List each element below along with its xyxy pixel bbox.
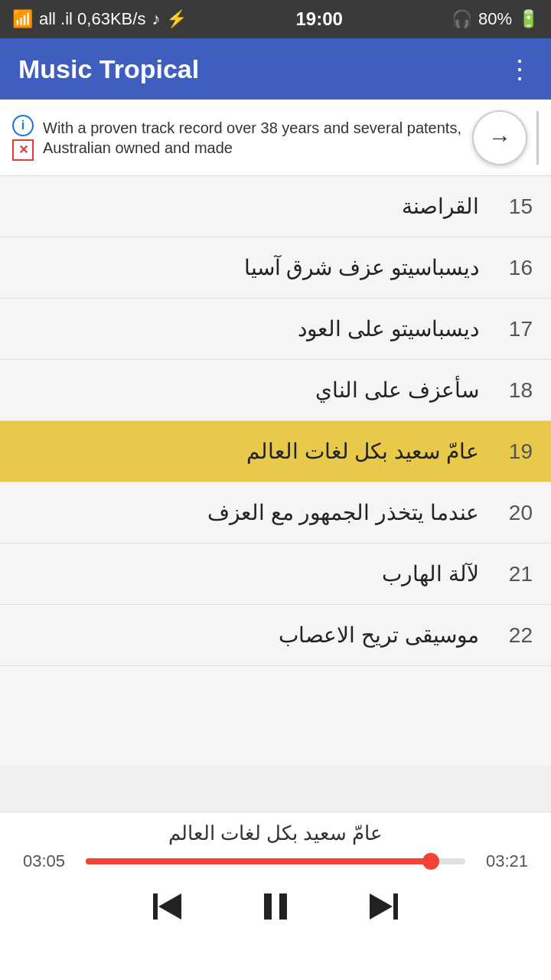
now-playing-title: عامّ سعيد بكل لغات العالم — [168, 822, 383, 845]
song-item-19[interactable]: عامّ سعيد بكل لغات العالم19 — [0, 421, 551, 482]
status-right: 🎧 80% 🔋 — [452, 9, 539, 29]
ad-icon-row: i — [12, 115, 34, 136]
status-time: 19:00 — [295, 8, 342, 30]
progress-fill — [86, 858, 431, 864]
song-title: عامّ سعيد بكل لغات العالم — [246, 439, 479, 464]
song-list: ♪ ♫ ♪ ♫ ♪ ♫ ♪ القراصنة15ديسباسيتو عزف شر… — [0, 176, 551, 766]
headphone-icon: 🎧 — [452, 9, 472, 29]
battery-level: 80% — [478, 9, 512, 29]
network-speed: all .il 0,63KB/s — [39, 9, 145, 29]
song-number: 21 — [494, 562, 533, 586]
previous-button[interactable] — [145, 884, 191, 929]
ad-banner: i ✕ With a proven track record over 38 y… — [0, 100, 551, 176]
song-item-16[interactable]: ديسباسيتو عزف شرق آسيا16 — [0, 237, 551, 299]
song-item-21[interactable]: لآلة الهارب21 — [0, 544, 551, 605]
svg-rect-24 — [279, 893, 287, 920]
ad-icons: i ✕ — [12, 115, 34, 161]
next-button[interactable] — [360, 884, 406, 929]
song-item-15[interactable]: القراصنة15 — [0, 176, 551, 237]
ad-divider — [536, 111, 539, 165]
status-left: 📶 all .il 0,63KB/s ♪ ⚡ — [12, 9, 187, 29]
song-title: ديسباسيتو عزف شرق آسيا — [244, 255, 479, 280]
player-bar: عامّ سعيد بكل لغات العالم 03:05 03:21 — [0, 812, 551, 980]
pause-button[interactable] — [253, 884, 298, 929]
svg-rect-21 — [153, 893, 158, 920]
close-ad-icon[interactable]: ✕ — [12, 139, 34, 161]
song-title: لآلة الهارب — [382, 561, 479, 586]
song-title: موسيقى تريح الاعصاب — [279, 622, 479, 648]
current-time: 03:05 — [23, 851, 77, 871]
song-title: ديسباسيتو على العود — [298, 316, 479, 341]
progress-thumb — [422, 853, 439, 870]
battery-icon: 🔋 — [518, 9, 539, 29]
app-bar: Music Tropical ⋮ — [0, 38, 551, 100]
song-item-18[interactable]: سأعزف على الناي18 — [0, 360, 551, 421]
player-controls — [0, 884, 551, 929]
status-bar: 📶 all .il 0,63KB/s ♪ ⚡ 19:00 🎧 80% 🔋 — [0, 0, 551, 38]
song-item-17[interactable]: ديسباسيتو على العود17 — [0, 299, 551, 360]
song-number: 16 — [494, 256, 533, 280]
progress-track[interactable] — [86, 858, 465, 864]
song-number: 22 — [494, 623, 533, 648]
song-item-22[interactable]: موسيقى تريح الاعصاب22 — [0, 605, 551, 666]
song-list-items: القراصنة15ديسباسيتو عزف شرق آسيا16ديسباس… — [0, 176, 551, 666]
usb-icon: ⚡ — [166, 9, 187, 29]
song-item-20[interactable]: عندما يتخذر الجمهور مع العزف20 — [0, 482, 551, 544]
signal-icon: 📶 — [12, 9, 33, 29]
svg-marker-22 — [158, 893, 181, 920]
song-number: 18 — [494, 378, 533, 403]
arrow-right-icon: → — [488, 125, 511, 151]
song-number: 19 — [494, 439, 533, 464]
progress-bar-container[interactable]: 03:05 03:21 — [23, 851, 528, 871]
song-number: 15 — [494, 194, 533, 219]
song-title: عندما يتخذر الجمهور مع العزف — [207, 500, 479, 525]
song-title: القراصنة — [402, 194, 479, 219]
svg-rect-26 — [393, 893, 398, 920]
overflow-menu-icon[interactable]: ⋮ — [507, 54, 533, 84]
total-time: 03:21 — [474, 851, 528, 871]
app-title: Music Tropical — [18, 54, 199, 84]
info-icon: i — [12, 115, 34, 136]
song-number: 20 — [494, 501, 533, 525]
song-number: 17 — [494, 317, 533, 341]
ad-text: With a proven track record over 38 years… — [43, 118, 463, 158]
ad-close-row: ✕ — [12, 139, 34, 161]
song-title: سأعزف على الناي — [315, 377, 479, 403]
music-icon: ♪ — [152, 9, 160, 29]
ad-arrow-button[interactable]: → — [472, 110, 527, 165]
svg-rect-23 — [264, 893, 272, 920]
svg-marker-25 — [370, 893, 393, 920]
